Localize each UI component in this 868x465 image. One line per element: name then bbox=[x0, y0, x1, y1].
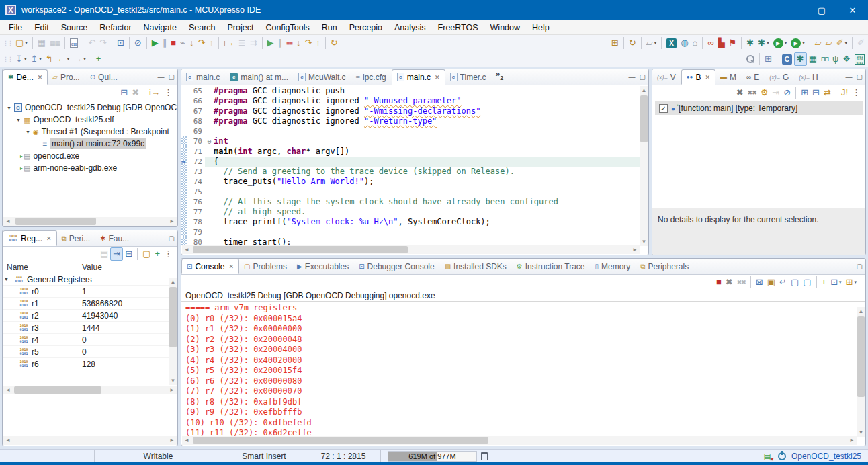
pencil-icon[interactable]: ✐ bbox=[855, 36, 867, 50]
remove-all-terminated-icon[interactable]: ✖✖ bbox=[735, 276, 748, 289]
minimize-view-icon[interactable]: — bbox=[846, 73, 853, 81]
tab-debug[interactable]: ✱De...✕ bbox=[3, 69, 48, 85]
maximize-button[interactable]: ▢ bbox=[806, 0, 837, 20]
menu-file[interactable]: File bbox=[3, 20, 28, 35]
menu-window[interactable]: Window bbox=[484, 20, 526, 35]
view-menu-icon[interactable]: ⋮ bbox=[162, 247, 175, 261]
back-icon-dropdown[interactable]: ▾ bbox=[67, 56, 70, 62]
editor-vscrollbar[interactable]: ▲ ▼ bbox=[640, 86, 648, 246]
pins-perspective-icon[interactable]: ΠΠ bbox=[819, 52, 830, 66]
tab-project-explorer[interactable]: ▱Pro... bbox=[48, 69, 85, 85]
console-hscrollbar[interactable]: ◄► bbox=[182, 436, 857, 445]
menu-freertos[interactable]: FreeRTOS bbox=[432, 20, 484, 35]
debug-history-icon-dropdown[interactable]: ▾ bbox=[767, 40, 769, 46]
memory-config-icon[interactable]: ▱▾ bbox=[644, 36, 659, 50]
register-row[interactable]: 10100101r01 bbox=[3, 286, 169, 298]
binary-file-icon[interactable]: 010 bbox=[68, 36, 80, 50]
console-stack-icon[interactable]: ▤ bbox=[764, 452, 771, 461]
step-over-icon[interactable]: ↷ bbox=[196, 36, 207, 50]
close-tab-icon[interactable]: ✕ bbox=[435, 74, 440, 81]
openocd-exe-node[interactable]: ▤openocd.exe bbox=[3, 150, 177, 162]
maximize-view-icon[interactable]: ▢ bbox=[169, 73, 175, 81]
instruction-stepping-icon[interactable]: i→ bbox=[222, 36, 236, 50]
run-icon-dropdown[interactable]: ▾ bbox=[785, 40, 787, 46]
tab-console[interactable]: ⊡Console✕ bbox=[181, 259, 239, 274]
breakpoint-checkbox[interactable]: ✓ bbox=[659, 104, 668, 113]
tab-peripherals-view[interactable]: ⧉Peri... bbox=[57, 230, 95, 246]
view-menu-icon[interactable]: ⋮ bbox=[850, 86, 863, 99]
close-tab-icon[interactable]: ✕ bbox=[228, 263, 234, 270]
tab-mcuwait-c[interactable]: cMcuWait.c bbox=[294, 69, 351, 85]
menu-edit[interactable]: Edit bbox=[28, 20, 55, 35]
minimize-view-icon[interactable]: — bbox=[158, 235, 165, 242]
save-icon[interactable]: ▦ bbox=[36, 36, 48, 50]
maximize-view-icon[interactable]: ▢ bbox=[857, 73, 863, 81]
word-wrap-icon[interactable]: ↵ bbox=[777, 276, 789, 289]
register-details-hscrollbar[interactable]: ◄► bbox=[3, 436, 177, 445]
forward-icon[interactable]: →▾ bbox=[71, 52, 88, 66]
tab-expressions[interactable]: ∞E bbox=[742, 69, 765, 85]
menu-source[interactable]: Source bbox=[55, 20, 94, 35]
tab-overflow-indicator[interactable]: »2 bbox=[495, 69, 503, 85]
tab-timer-c[interactable]: cTimer.c bbox=[445, 69, 492, 85]
tab-variables[interactable]: (x)=V bbox=[652, 69, 681, 85]
restart-icon[interactable]: ▶ bbox=[265, 36, 276, 50]
tab-problems[interactable]: ▢Problems bbox=[239, 259, 292, 274]
display-console-icon[interactable]: ⊡▾ bbox=[828, 276, 843, 289]
maximize-view-icon[interactable]: ▢ bbox=[640, 73, 646, 81]
highlighter-icon-dropdown[interactable]: ▾ bbox=[845, 40, 848, 46]
refresh-debug-icon[interactable]: ↻ bbox=[627, 36, 638, 50]
pin-console-icon[interactable]: + bbox=[820, 276, 829, 289]
stack-frame-node[interactable]: ≡main() at main.c:72 0x99c bbox=[3, 138, 177, 150]
menu-percepio[interactable]: Percepio bbox=[343, 20, 388, 35]
tab-debugger-console[interactable]: ⊡Debugger Console bbox=[354, 259, 439, 274]
tab-executables[interactable]: ▶Executables bbox=[292, 259, 354, 274]
register-row[interactable]: 10100101r1536866820 bbox=[3, 298, 169, 310]
open-console-icon-dropdown[interactable]: ▾ bbox=[854, 280, 857, 285]
search-icon[interactable] bbox=[744, 52, 756, 66]
shield-perspective-icon[interactable]: ❖ bbox=[840, 52, 853, 66]
layout-icon[interactable]: ▤ bbox=[98, 247, 110, 261]
remove-all-breakpoints-icon[interactable]: ✖✖ bbox=[746, 86, 758, 99]
step-over-all-icon[interactable]: ↷ bbox=[302, 36, 314, 50]
forward-icon-dropdown[interactable]: ▾ bbox=[83, 56, 86, 62]
tab-memory-console[interactable]: ▯Memory bbox=[591, 259, 636, 274]
tab-lpc-cfg[interactable]: ≡lpc.cfg bbox=[351, 69, 392, 85]
link-with-debug-icon[interactable]: ⇥ bbox=[770, 86, 781, 99]
menu-configtools[interactable]: ConfigTools bbox=[259, 20, 315, 35]
home-icon[interactable]: ⌂ bbox=[691, 36, 700, 50]
column-name[interactable]: Name bbox=[3, 263, 82, 272]
menu-help[interactable]: Help bbox=[526, 20, 556, 35]
remove-breakpoint-icon[interactable]: ✖ bbox=[734, 86, 746, 99]
suspend-icon[interactable]: ∥ bbox=[161, 36, 169, 50]
minimize-view-icon[interactable]: — bbox=[629, 73, 636, 81]
highlighter-icon[interactable]: ✐▾ bbox=[834, 36, 849, 50]
thread-node[interactable]: ▼◉Thread #1 (Suspended : Breakpoint bbox=[3, 126, 177, 138]
debug-history-icon[interactable]: ✱▾ bbox=[756, 36, 771, 50]
menu-analysis[interactable]: Analysis bbox=[388, 20, 432, 35]
close-tab-icon[interactable]: ✕ bbox=[46, 235, 52, 242]
pin-view-icon[interactable]: + bbox=[153, 247, 162, 261]
menu-navigate[interactable]: Navigate bbox=[138, 20, 183, 35]
new-view-icon[interactable]: ▢ bbox=[140, 247, 153, 261]
resume-icon[interactable]: ▶ bbox=[150, 36, 161, 50]
scroll-lock-icon[interactable]: ▣ bbox=[765, 276, 777, 289]
step-into-all-icon[interactable]: ↓ bbox=[294, 36, 303, 50]
add-function-breakpoint-icon[interactable]: J! bbox=[839, 86, 850, 99]
minimize-view-icon[interactable]: — bbox=[158, 73, 165, 81]
suspend-all-icon[interactable]: ∥ bbox=[276, 36, 285, 50]
register-row[interactable]: 10100101r31444 bbox=[3, 322, 169, 334]
tab-main-c-other[interactable]: cmain.c bbox=[181, 69, 225, 85]
binary-perspective-icon[interactable]: 100110100101 bbox=[853, 52, 867, 66]
tab-faults[interactable]: ✱Fau... bbox=[95, 230, 134, 246]
register-row[interactable]: 10100101r241943040 bbox=[3, 310, 169, 322]
mcuxpresso-icon[interactable]: X bbox=[664, 36, 679, 50]
tab-main-c[interactable]: cmain.c✕ bbox=[392, 69, 445, 85]
redo-icon[interactable]: ↷ bbox=[97, 36, 109, 50]
close-tab-icon[interactable]: ✕ bbox=[705, 74, 710, 81]
back-icon[interactable]: ←▾ bbox=[55, 52, 72, 66]
usb-perspective-icon[interactable]: ψ bbox=[830, 52, 840, 66]
terminate-icon[interactable]: ■ bbox=[714, 276, 724, 289]
move-to-line-icon[interactable]: ≣ bbox=[236, 36, 248, 50]
export-file-icon-dropdown[interactable]: ▾ bbox=[39, 56, 42, 62]
